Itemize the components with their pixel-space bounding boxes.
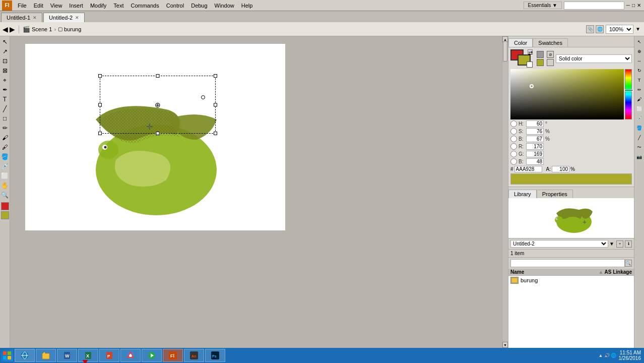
taskbar-ie[interactable] xyxy=(15,349,35,362)
no-color-fill[interactable] xyxy=(547,59,554,66)
library-select[interactable]: Untitled-2 xyxy=(510,240,608,248)
bucket-tool-r[interactable]: 🪣 xyxy=(635,124,644,133)
stroke-color-swatch[interactable] xyxy=(1,202,9,210)
taskbar-animate[interactable]: An xyxy=(184,349,204,362)
pencil-tool[interactable]: ✏ xyxy=(1,124,10,133)
start-button[interactable] xyxy=(1,349,13,361)
s-radio[interactable] xyxy=(510,128,517,135)
taskbar-explorer[interactable] xyxy=(36,349,56,362)
eyedrop-tool-r[interactable]: 💉 xyxy=(635,114,644,123)
g-input[interactable] xyxy=(526,151,544,157)
essentials-dropdown[interactable]: Essentials ▼ xyxy=(524,2,562,9)
clip-icon[interactable]: 📎 xyxy=(586,25,594,33)
vscroll-down[interactable]: ▼ xyxy=(502,342,508,348)
menu-window[interactable]: Window xyxy=(211,2,238,10)
ink-tool[interactable]: 🖋 xyxy=(1,143,10,152)
no-color-stroke[interactable]: ⊘ xyxy=(547,51,554,58)
tab-untitled2[interactable]: Untitled-2 ✕ xyxy=(43,13,85,22)
pan-tool-r[interactable]: ↔ xyxy=(635,56,644,66)
lib-new-btn[interactable]: + xyxy=(616,240,623,248)
search-icon[interactable]: 🔍 xyxy=(625,260,632,267)
hex-input[interactable] xyxy=(514,166,542,172)
eyedropper-tool[interactable]: 💉 xyxy=(1,162,10,171)
color-type-select[interactable]: Solid color Linear gradient Radial gradi… xyxy=(556,54,632,63)
layer-breadcrumb[interactable]: ▢ burung xyxy=(58,26,81,32)
hand-tool[interactable]: ✋ xyxy=(1,181,10,190)
r-radio[interactable] xyxy=(510,143,517,150)
close-tab1[interactable]: ✕ xyxy=(33,15,37,20)
color-tab[interactable]: Color xyxy=(508,38,533,47)
library-search-input[interactable] xyxy=(510,259,625,267)
menu-debug[interactable]: Debug xyxy=(187,2,211,10)
pen-tool[interactable]: ✒ xyxy=(1,85,10,94)
menu-help[interactable]: Help xyxy=(238,2,256,10)
taskbar-ppt[interactable]: P xyxy=(99,349,119,362)
tab-untitled1[interactable]: Untitled-1 ✕ xyxy=(1,13,42,22)
menu-edit[interactable]: Edit xyxy=(30,2,47,10)
back-button[interactable]: ◀ xyxy=(3,25,8,33)
b-input[interactable] xyxy=(526,136,544,142)
subselect-tool[interactable]: ↗ xyxy=(1,47,10,56)
select-tool-r[interactable]: ↖ xyxy=(635,37,644,46)
taskbar-photoshop[interactable]: Ps xyxy=(205,349,225,362)
rect-tool[interactable]: □ xyxy=(1,114,10,123)
line-tool[interactable]: ╱ xyxy=(1,104,10,113)
g-radio[interactable] xyxy=(510,151,517,157)
alpha-input[interactable] xyxy=(552,166,569,172)
hue-slider[interactable] xyxy=(625,69,632,119)
paint-icon[interactable] xyxy=(537,51,544,58)
minimize-button[interactable]: ─ xyxy=(626,3,630,8)
fill-icon[interactable] xyxy=(537,59,544,66)
s-input[interactable] xyxy=(526,128,544,135)
gradient-tool[interactable]: ⊠ xyxy=(1,66,10,75)
eraser-tool-r[interactable]: ⬜ xyxy=(635,104,644,113)
paint-tool[interactable]: 🪣 xyxy=(1,152,10,161)
stage[interactable]: ⊕ ✛ xyxy=(25,44,285,230)
h-input[interactable] xyxy=(526,120,544,127)
menu-file[interactable]: File xyxy=(14,2,30,10)
b-radio[interactable] xyxy=(510,136,517,142)
canvas-vscrollbar[interactable]: ▲ ▼ xyxy=(502,36,508,348)
list-item[interactable]: burung xyxy=(508,276,634,285)
menu-text[interactable]: Text xyxy=(110,2,127,10)
h-radio[interactable] xyxy=(510,120,517,127)
rotate-tool-r[interactable]: ↻ xyxy=(635,66,644,75)
taskbar-excel[interactable]: X xyxy=(78,349,98,362)
close-button[interactable]: ✕ xyxy=(637,3,641,8)
warp-tool-r[interactable]: 〜 xyxy=(635,143,644,152)
library-tab[interactable]: Library xyxy=(508,190,537,198)
zoom-dropdown-icon[interactable]: ▼ xyxy=(635,26,641,32)
menu-control[interactable]: Control xyxy=(163,2,187,10)
pencil-tool-r[interactable]: ✏ xyxy=(635,85,644,94)
taskbar-chrome[interactable] xyxy=(120,349,141,362)
swap-colors[interactable]: ⇄ xyxy=(528,49,533,54)
brush-tool-r[interactable]: 🖌 xyxy=(635,95,644,104)
brush-tool[interactable]: 🖌 xyxy=(1,133,10,142)
bl-input[interactable] xyxy=(526,158,544,165)
arrow-tool[interactable]: ↖ xyxy=(1,37,10,46)
taskbar-word[interactable]: W xyxy=(57,349,77,362)
zoom-tool[interactable]: 🔍 xyxy=(1,191,10,200)
lib-props-btn[interactable]: ℹ xyxy=(625,240,632,248)
globe-icon[interactable]: 🌐 xyxy=(596,25,604,33)
transform-tool[interactable]: ⊡ xyxy=(1,56,10,66)
taskbar-media[interactable] xyxy=(142,349,162,362)
type-tool-r[interactable]: T xyxy=(635,76,644,85)
scene-breadcrumb[interactable]: 🎬 Scene 1 xyxy=(23,26,52,33)
color-picker-cursor[interactable] xyxy=(530,84,534,88)
properties-tab[interactable]: Properties xyxy=(537,190,573,198)
close-tab2[interactable]: ✕ xyxy=(75,15,79,20)
menu-modify[interactable]: Modify xyxy=(87,2,110,10)
canvas-area[interactable]: ⊕ ✛ ◀ ▶ xyxy=(10,36,502,348)
lasso-tool[interactable]: ⌖ xyxy=(1,76,10,85)
forward-button[interactable]: ▶ xyxy=(10,25,15,33)
eraser-tool[interactable]: ⬜ xyxy=(1,171,10,180)
menu-insert[interactable]: Insert xyxy=(66,2,87,10)
text-tool[interactable]: T xyxy=(1,95,10,104)
stroke-tool-r[interactable]: ╱ xyxy=(635,133,644,142)
swatches-tab[interactable]: Swatches xyxy=(533,38,568,47)
menu-view[interactable]: View xyxy=(47,2,66,10)
zoom-select[interactable]: 100% 50% 200% xyxy=(606,25,633,34)
restore-button[interactable]: □ xyxy=(632,3,635,8)
bl-radio[interactable] xyxy=(510,158,517,165)
